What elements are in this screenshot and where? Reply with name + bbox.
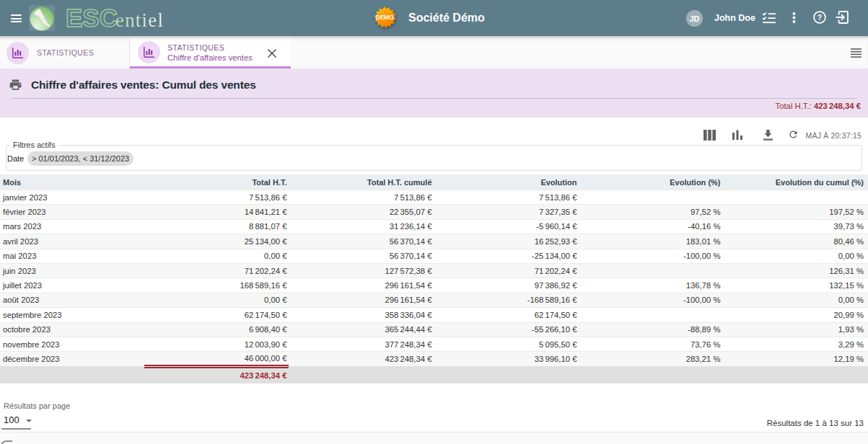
svg-text:DEMO: DEMO <box>375 14 394 21</box>
svg-text:?: ? <box>817 13 822 22</box>
